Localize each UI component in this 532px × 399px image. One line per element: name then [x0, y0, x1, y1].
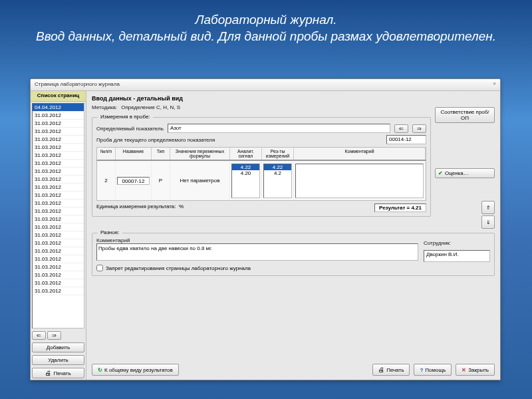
indicator-prev-button[interactable]: ⇐	[394, 124, 408, 133]
list-item[interactable]: 31.03.2012	[33, 287, 84, 295]
result-list[interactable]: 4.224.2	[263, 164, 292, 198]
misc-group-title: Разное:	[98, 229, 122, 235]
col-n: №п/п	[97, 148, 116, 160]
move-up-button[interactable]: ⇑	[481, 201, 495, 214]
comment-box[interactable]	[295, 164, 424, 198]
main-panel: Ввод данных - детальный вид Методика: Оп…	[86, 91, 500, 380]
method-value: Определение C, H, N, S	[121, 104, 180, 110]
list-item[interactable]: 31.03.2012	[33, 247, 84, 255]
list-item[interactable]: 31.03.2012	[33, 184, 84, 192]
footer-print-button[interactable]: Печать	[372, 364, 410, 376]
compliance-button[interactable]: Соответствие проб/ОП	[435, 107, 495, 123]
list-item[interactable]: 31.03.2012	[33, 271, 84, 279]
panel-heading: Ввод данных - детальный вид	[92, 95, 431, 102]
list-item[interactable]: 31.03.2012	[33, 207, 84, 215]
list-item[interactable]: 04.04.2012	[33, 104, 84, 112]
list-item[interactable]: 31.03.2012	[33, 144, 84, 152]
list-item[interactable]: 31.03.2012	[33, 263, 84, 271]
lock-checkbox-row[interactable]: Запрет редактирования страницы лаборатор…	[96, 265, 490, 271]
comment-label: Комментарий	[96, 237, 418, 243]
cell-comment	[294, 162, 426, 200]
delete-button[interactable]: Удалить	[32, 355, 84, 365]
sidebar-header: Список страниц	[31, 91, 86, 102]
indicator-label: Определяемый показатель	[96, 126, 164, 132]
list-item[interactable]: 31.03.2012	[33, 200, 84, 207]
list-item[interactable]: 31.03.2012	[33, 112, 84, 120]
titlebar: Страница лабораторного журнала ×	[31, 79, 500, 91]
next-page-button[interactable]: ⇒	[47, 331, 61, 340]
list-item[interactable]: 31.03.2012	[33, 136, 84, 144]
footer-buttons: К общему виду результатов Печать Помощь …	[92, 360, 495, 376]
comment-textarea[interactable]	[96, 243, 418, 261]
list-item[interactable]: 31.03.2012	[33, 120, 84, 128]
prev-page-button[interactable]: ⇐	[32, 331, 46, 340]
col-comment: Комментарий	[294, 148, 426, 160]
refresh-icon	[98, 367, 102, 373]
close-icon[interactable]: ×	[493, 80, 496, 86]
sample-select[interactable]: 00014-12	[386, 135, 426, 144]
print-icon	[378, 366, 384, 373]
cell-signal: 4.224.20	[230, 162, 262, 200]
measurements-group-title: Измерения в пробе:	[98, 114, 153, 120]
staff-label: Сотрудник:	[424, 240, 451, 246]
add-button[interactable]: Добавить	[32, 342, 84, 352]
list-item[interactable]: 31.03.2012	[33, 215, 84, 223]
sample-label: Проба для текущего определяемого показат…	[96, 137, 215, 143]
indicator-select[interactable]: Азот	[168, 124, 390, 133]
cell-formula: Нет параметров	[170, 162, 230, 200]
help-button[interactable]: Помощь	[414, 364, 452, 376]
help-icon	[420, 367, 423, 373]
cell-type: Р	[152, 162, 170, 200]
col-type: Тип	[152, 148, 170, 160]
page-list[interactable]: 04.04.201231.03.201231.03.201231.03.2012…	[32, 103, 84, 329]
lock-label: Запрет редактирования страницы лаборатор…	[106, 265, 251, 271]
data-table-header: №п/п Название Тип Значения переменных фо…	[96, 147, 426, 161]
sidebar-print-button[interactable]: Печать	[32, 368, 84, 378]
list-item[interactable]: 31.03.2012	[33, 168, 84, 176]
cell-name: 00007-12	[116, 162, 152, 200]
move-down-button[interactable]: ⇓	[481, 215, 495, 229]
lock-checkbox[interactable]	[96, 265, 103, 271]
list-item[interactable]: 31.03.2012	[33, 192, 84, 200]
col-signal: Аналит. сигнал	[230, 148, 262, 160]
cell-result: 4.224.2	[262, 162, 294, 200]
window-title: Страница лабораторного журнала	[35, 81, 120, 87]
result-value: Результат = 4.21	[374, 203, 426, 212]
measurements-group: Измерения в пробе: Определяемый показате…	[92, 117, 431, 217]
list-item[interactable]: 31.03.2012	[33, 239, 84, 247]
indicator-next-button[interactable]: ⇒	[412, 124, 426, 133]
col-name: Название	[116, 148, 152, 160]
list-item[interactable]: 31.03.2012	[33, 231, 84, 239]
check-icon	[438, 170, 443, 176]
unit-label: Единица измерения результата:	[96, 203, 176, 209]
data-table-row: 2 00007-12 Р Нет параметров 4.224.20 4.2…	[96, 161, 426, 201]
list-item[interactable]: 31.03.2012	[33, 279, 84, 287]
list-item[interactable]: 31.03.2012	[33, 152, 84, 160]
signal-list[interactable]: 4.224.20	[231, 164, 260, 198]
method-label: Методика:	[92, 104, 117, 110]
staff-select[interactable]: Дворкин В.И.	[424, 250, 490, 262]
print-icon	[45, 370, 51, 376]
list-item[interactable]: 31.03.2012	[33, 223, 84, 231]
list-item[interactable]: 31.03.2012	[33, 160, 84, 168]
close-x-icon	[462, 367, 466, 373]
app-window: Страница лабораторного журнала × Список …	[30, 78, 501, 380]
sidebar: Список страниц 04.04.201231.03.201231.03…	[31, 91, 86, 380]
col-formula: Значения переменных формулы	[170, 148, 230, 160]
list-item[interactable]: 31.03.2012	[33, 255, 84, 263]
to-general-button[interactable]: К общему виду результатов	[92, 364, 179, 376]
col-result: Рез-ты измерений	[262, 148, 294, 160]
list-item[interactable]: 31.03.2012	[33, 176, 84, 184]
slide-title: Лабораторный журнал.Ввод данных, детальн…	[0, 0, 532, 50]
close-button[interactable]: Закрыть	[456, 364, 495, 376]
cell-n: 2	[97, 162, 116, 200]
unit-value: %	[179, 203, 184, 209]
misc-group: Разное: Комментарий Сотрудник: Дворкин В…	[92, 233, 495, 276]
eval-button[interactable]: Оценка…	[435, 168, 495, 178]
list-item[interactable]: 31.03.2012	[33, 128, 84, 136]
